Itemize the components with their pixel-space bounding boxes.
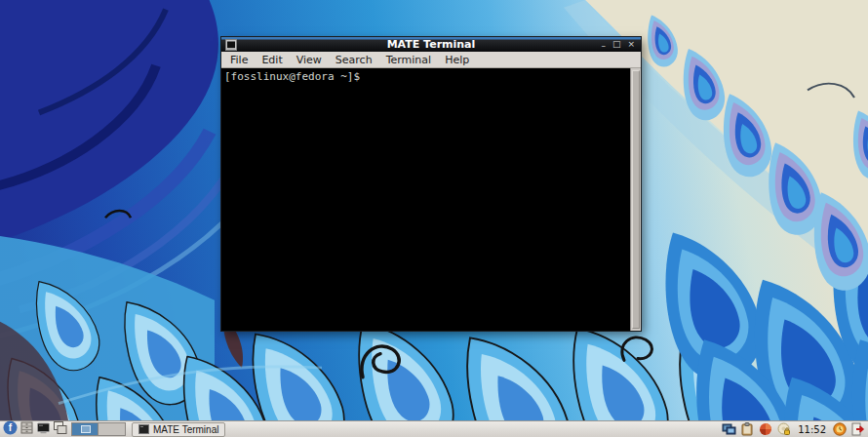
- package-updater-icon[interactable]: [758, 422, 773, 437]
- show-desktop-icon: [53, 420, 67, 437]
- network-monitors-icon[interactable]: [721, 422, 736, 437]
- close-button[interactable]: ×: [627, 38, 635, 51]
- window-controls: – □ ×: [601, 38, 641, 51]
- task-button-mate-terminal[interactable]: MATE Terminal: [132, 422, 225, 437]
- file-manager-icon: [20, 420, 34, 437]
- system-tray: 11:52: [721, 422, 866, 437]
- terminal-launcher[interactable]: [35, 422, 52, 437]
- bottom-panel: f: [0, 420, 868, 437]
- fedora-menu-button[interactable]: f: [2, 422, 19, 437]
- workspace-window-thumb: [81, 425, 91, 433]
- terminal-scrollbar[interactable]: [630, 68, 641, 331]
- shell-prompt: [fosslinux@fedora ~]$: [221, 68, 641, 85]
- scrollbar-thumb[interactable]: [632, 70, 640, 329]
- terminal-screen[interactable]: [fosslinux@fedora ~]$: [221, 68, 641, 331]
- menu-search[interactable]: Search: [329, 52, 379, 68]
- minimize-button[interactable]: –: [601, 40, 606, 53]
- menu-terminal[interactable]: Terminal: [379, 52, 439, 68]
- clock[interactable]: 11:52: [798, 424, 826, 435]
- window-title: MATE Terminal: [221, 37, 641, 52]
- titlebar[interactable]: MATE Terminal – □ ×: [221, 37, 641, 52]
- menu-help[interactable]: Help: [438, 52, 476, 68]
- terminal-launcher-icon: [36, 420, 51, 437]
- show-desktop-button[interactable]: [52, 422, 68, 437]
- terminal-window: MATE Terminal – □ × File Edit View Searc…: [221, 37, 641, 331]
- workspace-1[interactable]: [72, 423, 99, 435]
- terminal-menubar: File Edit View Search Terminal Help: [221, 52, 641, 68]
- workspace-switcher: [71, 422, 126, 436]
- maximize-button[interactable]: □: [612, 38, 621, 51]
- notification-clock-icon[interactable]: [832, 422, 848, 437]
- terminal-window-icon: [225, 39, 237, 51]
- menu-file[interactable]: File: [223, 52, 255, 68]
- clipboard-icon[interactable]: [739, 422, 755, 437]
- menu-edit[interactable]: Edit: [255, 52, 289, 68]
- logout-icon[interactable]: [850, 422, 866, 437]
- workspace-2[interactable]: [99, 423, 125, 435]
- fedora-menu-icon: f: [3, 420, 18, 437]
- screen: MATE Terminal – □ × File Edit View Searc…: [0, 0, 868, 437]
- task-button-label: MATE Terminal: [153, 424, 218, 435]
- terminal-task-icon: [138, 422, 149, 437]
- file-manager-launcher[interactable]: [19, 422, 35, 437]
- keyring-icon[interactable]: [776, 422, 792, 437]
- menu-view[interactable]: View: [290, 52, 329, 68]
